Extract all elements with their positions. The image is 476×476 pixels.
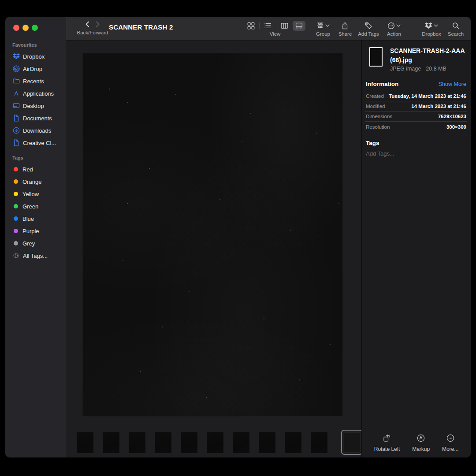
gallery-thumbnail[interactable] [129,432,145,453]
add-tags-field[interactable]: Add Tags... [365,150,467,157]
sidebar-item-all-tags[interactable]: All Tags... [5,249,66,262]
sidebar: Favourites Dropbox AirDrop Recents Appli… [5,17,66,457]
file-thumbnail [369,47,383,67]
tag-label: Purple [22,228,39,234]
gallery-thumbnail[interactable] [77,432,93,453]
group-button[interactable]: Group [316,20,330,37]
sidebar-tags-section: Tags Red Orange Yellow Green Blue [5,155,66,262]
tag-label: Yellow [22,191,39,197]
rotate-left-button[interactable]: Rotate Left [374,433,400,452]
thumbnail-strip [77,430,363,455]
dropbox-icon [425,22,433,29]
back-forward-label: Back/Forward [76,30,109,35]
gallery-thumbnail-selected[interactable] [341,430,363,455]
sidebar-item-applications[interactable]: Applications [5,87,66,100]
chevron-down-icon [434,24,439,27]
sidebar-item-label: AirDrop [23,66,42,72]
red-tag-dot [14,167,18,171]
add-tags-button[interactable]: Add Tags [358,20,379,37]
sidebar-tag-red[interactable]: Red [5,163,66,175]
gallery-view-button[interactable] [293,21,305,31]
back-button[interactable] [84,21,90,30]
sidebar-tag-yellow[interactable]: Yellow [5,188,66,200]
download-circle-icon [12,127,20,134]
sidebar-tag-orange[interactable]: Orange [5,175,66,188]
info-row-label: Modified [366,104,385,109]
zoom-window-button[interactable] [32,25,38,31]
view-label: View [245,31,305,37]
tags-header: Tags [5,155,66,160]
grid-view-button[interactable] [245,21,257,31]
sidebar-tag-purple[interactable]: Purple [5,225,66,237]
action-ellipsis-icon [387,22,395,30]
app-store-icon [12,90,20,97]
search-label: Search [448,31,464,37]
column-view-button[interactable] [278,21,291,31]
sidebar-item-desktop[interactable]: Desktop [5,100,66,112]
close-window-button[interactable] [13,25,19,31]
info-row-value: Tuesday, 14 March 2023 at 21:46 [389,93,466,99]
gallery-thumbnail[interactable] [181,432,197,453]
sidebar-item-recents[interactable]: Recents [5,75,66,87]
sidebar-item-dropbox[interactable]: Dropbox [5,50,66,63]
rotate-left-label: Rotate Left [374,446,400,452]
tag-label: Green [22,203,38,210]
gallery-thumbnail[interactable] [155,432,171,453]
sidebar-item-airdrop[interactable]: AirDrop [5,63,66,75]
view-separator [259,22,260,29]
sidebar-tag-grey[interactable]: Grey [5,237,66,249]
markup-icon [412,433,430,443]
sidebar-item-creative-cloud[interactable]: Creative Cl... [5,137,66,149]
search-button[interactable]: Search [448,20,464,37]
minimize-window-button[interactable] [22,25,29,31]
gallery-thumbnail[interactable] [207,432,223,453]
favourites-header: Favourites [5,42,66,48]
more-button[interactable]: More... [442,433,458,452]
view-separator [276,22,276,29]
chevron-down-icon [396,24,401,27]
dropbox-toolbar-button[interactable]: Dropbox [422,20,441,37]
info-row-label: Dimensions [366,114,392,119]
orange-tag-dot [14,179,18,184]
markup-button[interactable]: Markup [412,433,430,452]
green-tag-dot [14,204,18,208]
quick-actions: Rotate Left Markup More... [362,433,471,452]
action-label: Action [387,31,401,37]
dropbox-icon [12,53,20,60]
add-tags-label: Add Tags [358,31,379,37]
forward-button[interactable] [95,21,101,30]
gallery-thumbnail[interactable] [259,432,275,453]
sidebar-item-downloads[interactable]: Downloads [5,124,66,137]
airdrop-icon [12,65,20,73]
sidebar-item-documents[interactable]: Documents [5,112,66,124]
desktop-icon [12,102,20,110]
markup-label: Markup [412,446,430,452]
list-view-button[interactable] [261,21,274,31]
action-button[interactable]: Action [387,20,401,37]
window-controls [5,25,66,31]
share-button[interactable]: Share [338,20,352,37]
sidebar-tag-blue[interactable]: Blue [5,212,66,225]
sidebar-tag-green[interactable]: Green [5,200,66,212]
share-label: Share [338,31,352,37]
list-view-icon [264,22,271,30]
file-name: SCANNER-TRASH-2-AAA (66).jpg [390,46,467,65]
tag-label: Grey [22,240,35,247]
chevron-down-icon [325,24,330,27]
tag-label: Blue [22,216,34,222]
dropbox-label: Dropbox [422,31,441,37]
show-more-link[interactable]: Show More [439,81,466,87]
dust-specks [109,89,110,89]
sidebar-item-label: Desktop [23,103,44,109]
gallery-thumbnail[interactable] [233,432,249,453]
gallery-thumbnail[interactable] [311,432,327,453]
file-meta: JPEG image - 20.8 MB [390,66,467,72]
preview-panel: SCANNER-TRASH-2-AAA (66).jpg JPEG image … [361,41,471,457]
search-icon [452,22,460,30]
more-label: More... [442,446,458,452]
folder-icon [12,78,20,85]
gallery-thumbnail[interactable] [103,432,119,453]
gallery-thumbnail[interactable] [285,432,301,453]
selected-thumbnail-image [344,432,361,453]
sidebar-item-label: Downloads [23,127,51,134]
